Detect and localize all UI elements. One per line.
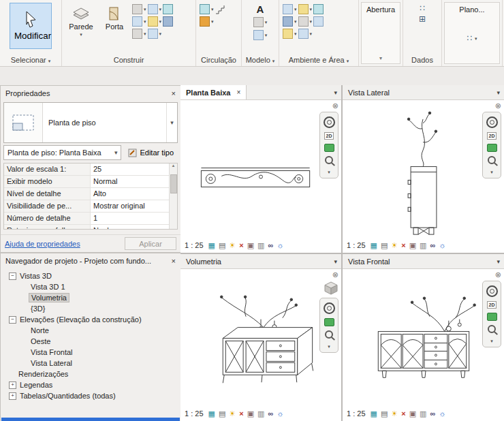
- scale-indicator[interactable]: 1 : 25: [185, 242, 204, 249]
- scale-indicator[interactable]: 1 : 25: [347, 242, 366, 249]
- viewport-volumetria[interactable]: Volumetria ▾: [180, 254, 341, 421]
- crop-view-icon[interactable]: ▣: [409, 410, 416, 418]
- reveal-hidden-icon[interactable]: ☼: [277, 410, 283, 418]
- door-button[interactable]: Porta: [99, 3, 130, 34]
- type-selector[interactable]: Planta de piso ▾: [3, 102, 178, 143]
- model-group-icon[interactable]: [253, 30, 264, 40]
- shadows-icon[interactable]: ×: [401, 410, 405, 418]
- crop-view-icon[interactable]: ▣: [247, 242, 254, 249]
- navbar-close-icon[interactable]: ⊗: [495, 271, 501, 279]
- ribbon-tool-icon[interactable]: [148, 29, 158, 39]
- area-boundary-icon[interactable]: [298, 16, 309, 27]
- shadows-icon[interactable]: ×: [239, 410, 243, 418]
- viewport-title[interactable]: Vista Lateral: [343, 89, 395, 97]
- room-tool-icon[interactable]: [283, 4, 293, 14]
- hide-isolate-icon[interactable]: ∞: [430, 410, 435, 418]
- close-icon[interactable]: ×: [172, 257, 176, 265]
- room-separator-icon[interactable]: [283, 16, 293, 27]
- magnifier-icon[interactable]: [488, 325, 496, 333]
- steering-wheel-icon[interactable]: [324, 302, 335, 314]
- ribbon-tool-icon[interactable]: [148, 4, 158, 14]
- ribbon-tool-icon[interactable]: [163, 16, 173, 27]
- detail-level-icon[interactable]: ▦: [208, 410, 215, 418]
- edit-type-button[interactable]: Editar tipo: [124, 145, 178, 160]
- viewport-vista-frontal[interactable]: Vista Frontal ▾: [343, 254, 504, 421]
- sun-path-icon[interactable]: ☀: [229, 410, 236, 418]
- 2d-wheel-badge[interactable]: 2D: [487, 132, 497, 140]
- 2d-wheel-badge[interactable]: 2D: [324, 132, 334, 140]
- panel-label-modelo[interactable]: Modelo ▾: [242, 54, 279, 66]
- crop-visibility-icon[interactable]: ▥: [257, 410, 264, 418]
- chevron-down-icon[interactable]: ▾: [334, 89, 341, 96]
- property-row[interactable]: Número de detalhe1: [4, 213, 177, 225]
- expand-icon[interactable]: +: [9, 381, 16, 389]
- 2d-wheel-badge[interactable]: 2D: [487, 301, 497, 309]
- viewport-planta-baixa[interactable]: Planta Baixa × ▾ ⊗: [180, 85, 341, 253]
- property-row[interactable]: Nível de detalheAlto: [4, 188, 177, 200]
- instance-selector-combo[interactable]: Planta de piso: Planta Baixa ▾: [3, 145, 121, 160]
- zoom-extents-icon[interactable]: [487, 313, 497, 321]
- tree-item-vista-3d-1[interactable]: Vista 3D 1: [1, 281, 180, 292]
- ribbon-tool-icon[interactable]: [132, 29, 142, 39]
- ribbon-tool-icon[interactable]: [148, 16, 158, 27]
- visual-style-icon[interactable]: ▤: [219, 410, 225, 418]
- zoom-extents-icon[interactable]: [324, 144, 334, 152]
- chevron-down-icon[interactable]: ▾: [497, 258, 504, 265]
- tree-item-elevacoes[interactable]: −Elevações (Elevação da construção): [1, 314, 180, 325]
- reveal-hidden-icon[interactable]: ☼: [277, 242, 283, 249]
- drawing-canvas[interactable]: ⊗ 2D ▾ 1 : 25 ▦ ▤ ☀ × ▣ ▥: [343, 100, 504, 253]
- detail-level-icon[interactable]: ▦: [371, 410, 377, 418]
- navbar-close-icon[interactable]: ⊗: [495, 102, 501, 110]
- tag-tool-icon[interactable]: [313, 4, 324, 14]
- close-icon[interactable]: ×: [172, 89, 176, 97]
- collapse-icon[interactable]: −: [9, 316, 16, 324]
- tree-item-volumetria[interactable]: Volumetria: [1, 292, 180, 303]
- drawing-canvas[interactable]: ⊗ 2D ▾ 1 : 25 ▦ ▤ ☀ × ▣ ▥: [343, 269, 504, 421]
- scale-indicator[interactable]: 1 : 25: [185, 410, 204, 418]
- hide-isolate-icon[interactable]: ∞: [268, 242, 273, 249]
- expand-icon[interactable]: +: [9, 392, 16, 400]
- tree-item-vistas-3d[interactable]: −Vistas 3D: [1, 270, 180, 281]
- sun-path-icon[interactable]: ☀: [391, 410, 398, 418]
- collapse-icon[interactable]: −: [9, 272, 16, 280]
- nav-chevron-down-icon[interactable]: ▾: [490, 339, 493, 343]
- visual-style-icon[interactable]: ▤: [381, 410, 388, 418]
- reveal-hidden-icon[interactable]: ☼: [439, 242, 445, 249]
- chevron-down-icon[interactable]: ▾: [362, 55, 400, 63]
- hide-isolate-icon[interactable]: ∞: [268, 410, 273, 418]
- area-plan-icon[interactable]: [283, 29, 293, 39]
- magnifier-icon[interactable]: [488, 156, 496, 164]
- model-line-icon[interactable]: [253, 17, 264, 27]
- color-scheme-icon[interactable]: [313, 16, 324, 27]
- magnifier-icon[interactable]: [325, 330, 333, 339]
- wall-button[interactable]: Parede ▾: [65, 3, 97, 40]
- schedule-grid-icon[interactable]: ⊞: [419, 15, 426, 23]
- zoom-extents-icon[interactable]: [324, 318, 334, 326]
- chevron-down-icon[interactable]: ▾: [334, 258, 341, 265]
- close-icon[interactable]: ×: [236, 89, 240, 96]
- sun-path-icon[interactable]: ☀: [229, 242, 236, 249]
- sun-path-icon[interactable]: ☀: [391, 242, 398, 249]
- drawing-canvas[interactable]: ⊗ ▾ 1 : 25 ▦ ▤: [180, 269, 341, 421]
- navbar-close-icon[interactable]: ⊗: [332, 102, 338, 110]
- viewport-title[interactable]: Volumetria: [180, 258, 227, 266]
- visual-style-icon[interactable]: ▤: [219, 242, 225, 249]
- crop-visibility-icon[interactable]: ▥: [257, 242, 264, 249]
- tree-item-norte[interactable]: Norte: [1, 325, 180, 336]
- crop-view-icon[interactable]: ▣: [247, 410, 254, 418]
- crop-visibility-icon[interactable]: ▥: [420, 242, 426, 249]
- plan-views-icon[interactable]: ∷: [467, 34, 472, 42]
- ribbon-tool-icon[interactable]: [163, 4, 173, 14]
- viewport-title[interactable]: Vista Frontal: [343, 258, 396, 266]
- detail-level-icon[interactable]: ▦: [371, 242, 377, 249]
- apply-button[interactable]: Aplicar: [125, 237, 176, 250]
- panel-label-selecionar[interactable]: Selecionar ▾: [0, 54, 61, 66]
- steering-wheel-icon[interactable]: [486, 285, 498, 297]
- chevron-down-icon[interactable]: ▾: [497, 89, 504, 96]
- scale-indicator[interactable]: 1 : 25: [347, 410, 366, 418]
- tab-planta-baixa[interactable]: Planta Baixa ×: [180, 85, 247, 99]
- area-tool-icon[interactable]: [298, 4, 309, 14]
- ribbon-tool-icon[interactable]: [132, 4, 142, 14]
- model-text-icon[interactable]: A: [257, 4, 264, 14]
- nav-chevron-down-icon[interactable]: ▾: [328, 170, 330, 174]
